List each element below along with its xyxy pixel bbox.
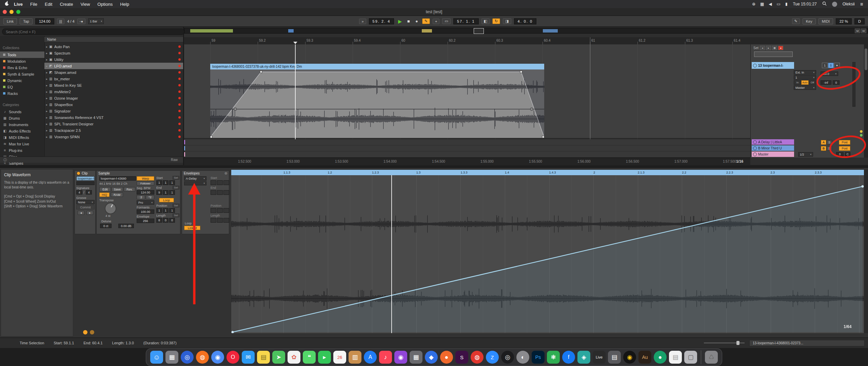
start-sixteenths-field[interactable]: 1 <box>169 180 175 185</box>
dock-app-store[interactable]: A <box>364 351 377 364</box>
dock-books[interactable]: ▥ <box>349 351 361 364</box>
half-tempo-button[interactable]: :2 <box>137 195 145 199</box>
disclosure-triangle-icon[interactable]: ▸ <box>44 116 49 119</box>
loop-button[interactable]: Loop <box>159 198 174 202</box>
track-lanes[interactable]: looperman-l-4368001-0237378-uk-ny-drill-… <box>184 44 750 158</box>
groove-chooser[interactable]: None <box>76 200 95 204</box>
apple-menu-icon[interactable] <box>5 1 9 7</box>
nudge-right-button[interactable]: ▸ <box>86 211 93 215</box>
browser-item-signalizer[interactable]: ▸▥Signalizer <box>44 108 183 114</box>
browser-item-bx-meter[interactable]: ▸▥bx_meter <box>44 76 183 82</box>
position-bars-field[interactable]: 1 <box>156 208 162 213</box>
warp-button[interactable]: Warp <box>137 176 154 181</box>
seg-bpm-field[interactable]: 124.00 <box>137 190 154 195</box>
menu-live[interactable]: Live <box>14 2 23 7</box>
envelope-field[interactable]: 256 <box>137 219 154 223</box>
sidebar-item-max-for-live[interactable]: ≋Max for Live <box>0 141 44 147</box>
envelope-breakpoint[interactable] <box>232 331 234 333</box>
sidebar-item-synth-sample[interactable]: Synth & Sample <box>0 71 44 77</box>
dock-gray-keyboard[interactable]: ▤ <box>608 351 621 364</box>
dock-messenger[interactable]: f <box>562 351 575 364</box>
disclosure-triangle-icon[interactable]: ▸ <box>44 129 49 132</box>
disclosure-triangle-icon[interactable]: ▸ <box>44 103 49 106</box>
signature-numerator-field[interactable]: 4 <box>76 190 82 195</box>
nudge-left-button[interactable]: ◂ <box>78 211 84 215</box>
end-beats-field[interactable]: 1 <box>163 190 169 195</box>
automation-breakpoint[interactable] <box>234 108 237 110</box>
time-signature-field[interactable]: 4 / 4 <box>67 19 74 23</box>
dock-chrome[interactable]: ◉ <box>211 351 224 364</box>
dock-podcasts[interactable]: ◉ <box>394 351 407 364</box>
envelope-parameter-chooser[interactable] <box>184 181 206 185</box>
sidebar-item-audio-effects[interactable]: ◧Audio Effects <box>0 128 44 134</box>
return-lane[interactable] <box>184 151 750 158</box>
track-activator-button[interactable]: 1 <box>822 63 828 68</box>
dock-blue-utility[interactable]: ◆ <box>425 351 438 364</box>
set-nav-icon[interactable]: ◂ <box>760 46 765 50</box>
quantization-chooser[interactable]: 1 Bar <box>88 18 104 24</box>
end-sixteenths-field[interactable]: 1 <box>169 190 175 195</box>
sidebar-item-sounds[interactable]: ♪Sounds <box>0 108 44 115</box>
dock-black-utility[interactable]: ◉ <box>623 351 636 364</box>
beat-time-ruler[interactable]: 5959.259.359.46060.260.360.46161.261.361… <box>184 37 868 45</box>
browser-item-spl-transient-designer[interactable]: ▸▥SPL Transient Designer <box>44 121 183 127</box>
send-b-field[interactable]: 0 <box>833 80 840 85</box>
formants-field[interactable]: 100.00 <box>137 209 154 214</box>
sidebar-item-tools[interactable]: Tools <box>0 52 44 58</box>
dock-red-utility[interactable]: ◍ <box>471 351 484 364</box>
output-chooser[interactable]: Master <box>794 85 816 90</box>
dock-firefox[interactable]: ◍ <box>196 351 209 364</box>
dock-zoom[interactable]: Z <box>486 351 499 364</box>
menu-file[interactable]: File <box>30 2 37 7</box>
dock-audition[interactable]: Au <box>638 351 651 364</box>
dock-trash[interactable]: ♺ <box>705 351 718 364</box>
monitor-auto[interactable]: Auto <box>801 80 809 85</box>
send-a-field[interactable]: -inf <box>821 80 831 85</box>
length-sixteenths-field[interactable]: 0 <box>169 218 175 223</box>
clip-editor-canvas-area[interactable]: 1/64 <box>231 175 864 333</box>
hiq-button[interactable]: HiQ <box>99 192 110 197</box>
dock-photoshop[interactable]: Ps <box>532 351 545 364</box>
disclosure-triangle-icon[interactable]: ▸ <box>44 84 49 87</box>
transpose-value[interactable]: 4 st <box>105 214 111 218</box>
return-a-solo-button[interactable]: S <box>827 140 832 145</box>
dock-midi-keyboard[interactable]: ▦ <box>410 351 422 364</box>
follow-icon[interactable]: » <box>359 19 366 24</box>
sidebar-item-dynamic[interactable]: Dynamic <box>0 77 44 84</box>
search-input[interactable] <box>2 28 184 35</box>
fade-out-handle[interactable] <box>520 71 522 73</box>
master-volume-field[interactable]: 0 <box>836 152 844 156</box>
disclosure-triangle-icon[interactable]: ▸ <box>44 77 49 81</box>
set-position-button[interactable]: Set <box>173 204 179 207</box>
position-sixteenths-field[interactable]: 1 <box>169 208 175 213</box>
overdub-icon[interactable]: + <box>433 19 439 24</box>
stop-clips-icon[interactable] <box>860 130 863 133</box>
browser-item-shaperbox[interactable]: ▸▥ShaperBox <box>44 101 183 108</box>
linked-button[interactable]: Linked <box>184 226 200 230</box>
dock-slack[interactable]: S <box>455 351 468 364</box>
nudge-icon[interactable]: ||| <box>57 19 65 24</box>
set-length-button[interactable]: Set <box>173 214 179 217</box>
arrangement-scrollbar[interactable] <box>864 44 868 158</box>
master-pan-field[interactable]: C <box>845 152 850 156</box>
commit-button[interactable]: Commit <box>76 205 95 209</box>
arrangement-position-display[interactable]: 59. 2. 4 <box>369 18 394 24</box>
disclosure-triangle-icon[interactable]: ▸ <box>44 135 49 139</box>
screen-share-icon[interactable]: ▦ <box>760 2 764 6</box>
dock-music[interactable]: ♪ <box>379 351 392 364</box>
disclosure-triangle-icon[interactable]: ▸ <box>44 64 49 68</box>
disclosure-triangle-icon[interactable]: ▸ <box>44 97 49 100</box>
menubar-clock[interactable]: Tue 15:01:27 <box>793 2 816 6</box>
length-bars-field[interactable]: 8 <box>156 218 162 223</box>
volume-icon[interactable]: ◀ <box>769 2 772 6</box>
save-button[interactable]: Save <box>112 187 123 191</box>
dock-ableton-live[interactable]: Live <box>593 351 606 364</box>
start-beats-field[interactable]: 1 <box>163 180 169 185</box>
loop-switch-icon[interactable]: ↻ <box>492 18 500 24</box>
clip-title-bar[interactable]: looperman-l-4368001-0237378-uk-ny-drill-… <box>210 64 544 69</box>
detune-field[interactable]: 0 ct <box>100 224 112 228</box>
dock-photos[interactable]: ✿ <box>288 351 300 364</box>
dock-launchpad[interactable]: ▦ <box>165 351 178 364</box>
sidebar-item-instruments[interactable]: ▥Instruments <box>0 121 44 128</box>
dock-maps[interactable]: ➤ <box>272 351 285 364</box>
